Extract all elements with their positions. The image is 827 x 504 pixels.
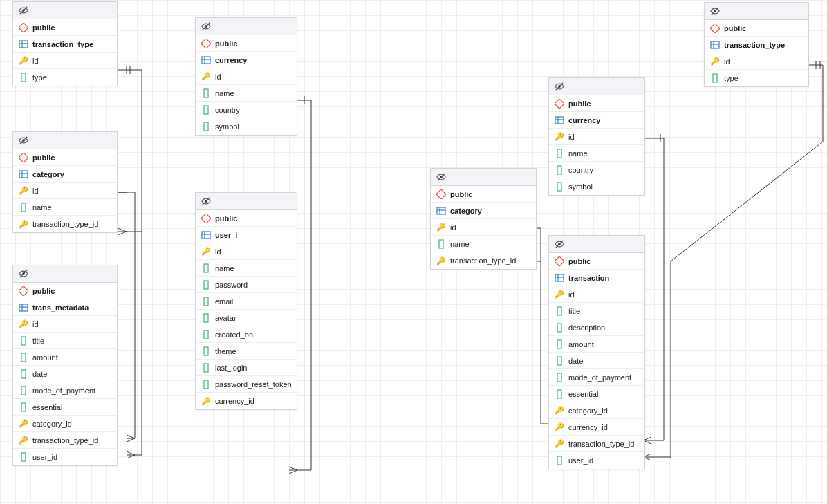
table-icon (436, 206, 446, 216)
table-name-row: transaction (549, 270, 644, 286)
schema-icon (201, 214, 211, 223)
svg-rect-75 (557, 456, 561, 465)
table-icon (555, 115, 564, 125)
erd-table-user[interactable]: public user_i 🔑id name password email av… (195, 192, 297, 410)
column-icon (555, 339, 564, 349)
visibility-off-icon (555, 239, 564, 249)
erd-table-category[interactable]: public category 🔑id name 🔑transaction_ty… (430, 168, 537, 270)
column-name: type (32, 73, 47, 82)
visibility-off-icon (555, 82, 564, 91)
table-icon (555, 273, 564, 283)
svg-rect-11 (21, 203, 26, 212)
column-row: country (549, 162, 644, 178)
table-name-row: transaction_type (13, 36, 117, 53)
schema-label: public (32, 24, 55, 32)
erd-table-transaction[interactable]: public transaction 🔑id title description… (548, 235, 645, 469)
column-icon (201, 122, 211, 131)
schema-row: public (13, 149, 117, 166)
column-row: mode_of_payment (549, 369, 644, 386)
svg-rect-25 (202, 57, 210, 64)
table-header[interactable] (549, 78, 644, 95)
column-icon (555, 165, 564, 175)
schema-row: public (549, 253, 644, 270)
svg-rect-63 (713, 74, 717, 82)
column-icon (19, 369, 28, 379)
erd-table-category[interactable]: public category 🔑id name 🔑transaction_ty… (12, 131, 118, 233)
pk-icon: 🔑 (19, 56, 28, 66)
svg-rect-66 (555, 274, 564, 281)
table-icon (19, 169, 28, 179)
column-name: id (32, 57, 39, 65)
table-header[interactable] (13, 132, 117, 149)
column-icon (555, 182, 564, 192)
svg-rect-65 (555, 256, 564, 266)
column-icon (19, 336, 28, 346)
pk-icon: 🔑 (555, 290, 564, 299)
column-row: name (196, 85, 297, 102)
column-icon (201, 330, 211, 339)
table-header[interactable] (431, 169, 536, 186)
pk-icon: 🔑 (201, 72, 211, 82)
schema-row: public (549, 95, 644, 112)
grid-background (0, 0, 827, 504)
table-name-row: category (431, 203, 536, 219)
column-row: mode_of_payment (13, 382, 117, 399)
column-icon (201, 280, 211, 290)
svg-rect-52 (555, 117, 564, 124)
table-header[interactable] (196, 193, 297, 210)
svg-rect-36 (204, 264, 208, 272)
visibility-off-icon (436, 172, 446, 182)
erd-table-currency[interactable]: public currency 🔑id name country symbol (195, 17, 297, 136)
column-row: password_reset_token (196, 376, 297, 393)
column-row: 🔑transaction_type_id (13, 432, 117, 449)
svg-rect-60 (711, 41, 719, 48)
column-row: title (13, 333, 117, 349)
schema-icon (555, 99, 564, 109)
column-row: 🔑currency_id (196, 393, 297, 409)
column-icon (555, 373, 564, 382)
table-header[interactable] (13, 265, 117, 283)
svg-rect-32 (201, 214, 211, 223)
fk-icon: 🔑 (19, 219, 28, 229)
schema-icon (436, 189, 446, 199)
column-row: last_login (196, 360, 297, 376)
svg-rect-55 (557, 149, 561, 158)
column-row: name (549, 145, 644, 162)
column-row: 🔑id (705, 53, 808, 70)
svg-rect-51 (555, 99, 564, 109)
svg-rect-7 (19, 153, 28, 162)
svg-rect-24 (201, 39, 211, 48)
table-name-row: category (13, 166, 117, 183)
table-header[interactable] (196, 18, 297, 35)
column-row: email (196, 293, 297, 310)
svg-rect-18 (21, 353, 26, 362)
svg-rect-30 (204, 122, 208, 131)
erd-table-transaction-type[interactable]: public transaction_type 🔑 id type (12, 1, 118, 86)
column-row: 🔑transaction_type_id (549, 436, 644, 452)
table-name-row: currency (196, 52, 297, 68)
svg-rect-33 (202, 232, 210, 239)
table-icon (19, 303, 28, 312)
svg-rect-17 (21, 337, 26, 345)
svg-rect-43 (204, 380, 208, 389)
table-header[interactable] (13, 2, 117, 19)
pk-icon: 🔑 (555, 132, 564, 142)
fk-icon: 🔑 (555, 422, 564, 432)
svg-rect-70 (557, 324, 561, 332)
pk-icon: 🔑 (19, 186, 28, 196)
svg-rect-42 (204, 364, 208, 372)
svg-rect-38 (204, 297, 208, 306)
table-header[interactable] (549, 236, 644, 253)
erd-table-trans-metadata[interactable]: public trans_metadata 🔑id title amount d… (12, 265, 118, 466)
schema-icon (19, 23, 28, 32)
column-row: type (13, 69, 117, 86)
column-icon (201, 88, 211, 98)
erd-table-transaction-type[interactable]: public transaction_type 🔑id type (704, 2, 809, 87)
table-name-row: currency (549, 112, 644, 129)
erd-table-currency[interactable]: public currency 🔑id name country symbol (548, 77, 645, 196)
table-name: transaction_type (32, 40, 93, 48)
table-header[interactable] (705, 3, 808, 20)
svg-rect-1 (19, 23, 28, 32)
column-row: 🔑category_id (13, 416, 117, 432)
column-row: symbol (196, 118, 297, 135)
